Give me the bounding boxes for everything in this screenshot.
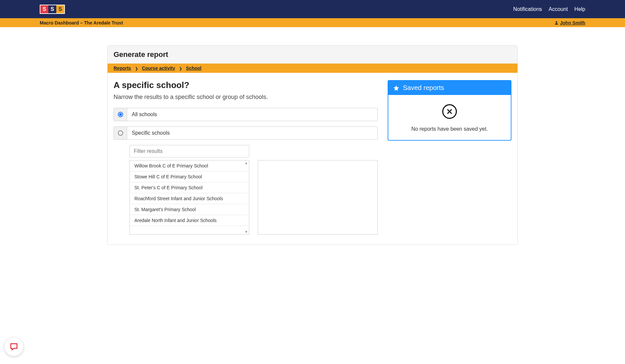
person-icon (554, 21, 559, 25)
dual-list: ▲ Willow Brook C of E Primary SchoolStow… (129, 160, 378, 235)
page-heading: A specific school? (114, 80, 378, 90)
saved-reports-empty: No reports have been saved yet. (395, 126, 504, 132)
report-card: Generate report Reports ❯ Course activit… (107, 45, 518, 245)
breadcrumb: Reports ❯ Course activity ❯ School (108, 64, 517, 73)
chevron-right-icon: ❯ (179, 67, 182, 70)
chevron-right-icon: ❯ (135, 67, 138, 70)
logo-s3: S (56, 5, 64, 13)
topbar: S S S Notifications Account Help (0, 0, 625, 18)
empty-icon (442, 104, 457, 119)
crumb-school[interactable]: School (186, 66, 202, 71)
radio-specific-label: Specific schools (127, 127, 377, 139)
available-schools-list[interactable]: ▲ Willow Brook C of E Primary SchoolStow… (129, 160, 249, 235)
scroll-down-icon[interactable]: ▼ (244, 230, 248, 234)
saved-reports-title: Saved reports (403, 84, 444, 92)
saved-reports-header: Saved reports (388, 81, 511, 95)
dashboard-title: Macro Dashboard – The Aredale Trust (40, 20, 123, 25)
star-icon (393, 85, 400, 91)
user-name: John Smith (560, 20, 585, 25)
logo[interactable]: S S S (40, 5, 65, 14)
main: A specific school? Narrow the results to… (114, 80, 378, 235)
filter-input[interactable] (129, 145, 249, 158)
user-link[interactable]: John Smith (554, 20, 585, 25)
nav-notifications[interactable]: Notifications (513, 6, 542, 12)
scroll-up-icon[interactable]: ▲ (244, 161, 248, 165)
radio-all[interactable] (118, 112, 123, 117)
list-item[interactable]: Roachford Street Infant and Junior Schoo… (130, 193, 249, 204)
selected-schools-list[interactable] (258, 160, 378, 235)
page-description: Narrow the results to a specific school … (114, 94, 378, 101)
logo-s2: S (48, 5, 56, 13)
option-all-schools[interactable]: All schools (114, 108, 378, 121)
radio-all-label: All schools (127, 108, 377, 121)
subbar: Macro Dashboard – The Aredale Trust John… (0, 18, 625, 27)
logo-s1: S (40, 5, 48, 13)
radio-specific[interactable] (118, 130, 123, 136)
radio-cell (114, 108, 127, 121)
radio-cell (114, 127, 127, 139)
filter-section: ▲ Willow Brook C of E Primary SchoolStow… (129, 145, 378, 235)
list-item[interactable]: St. Peter's C of E Primary School (130, 182, 249, 193)
saved-reports-body: No reports have been saved yet. (388, 95, 511, 140)
svg-point-0 (555, 21, 557, 23)
list-item[interactable]: St. Margaret's Primary School (130, 204, 249, 215)
content: A specific school? Narrow the results to… (108, 73, 517, 245)
sidebar: Saved reports No reports have been saved… (388, 80, 511, 235)
crumb-course-activity[interactable]: Course activity (142, 66, 175, 71)
topnav: Notifications Account Help (513, 6, 585, 12)
nav-account[interactable]: Account (549, 6, 568, 12)
list-item[interactable]: Willow Brook C of E Primary School (130, 160, 249, 171)
saved-reports-panel: Saved reports No reports have been saved… (388, 80, 511, 141)
nav-help[interactable]: Help (574, 6, 585, 12)
list-item[interactable]: Aredale North Infant and Junior Schools (130, 215, 249, 226)
card-title: Generate report (108, 46, 517, 64)
list-item[interactable]: Stowe Hill C of E Primary School (130, 171, 249, 182)
crumb-reports[interactable]: Reports (114, 66, 131, 71)
option-specific-schools[interactable]: Specific schools (114, 126, 378, 140)
